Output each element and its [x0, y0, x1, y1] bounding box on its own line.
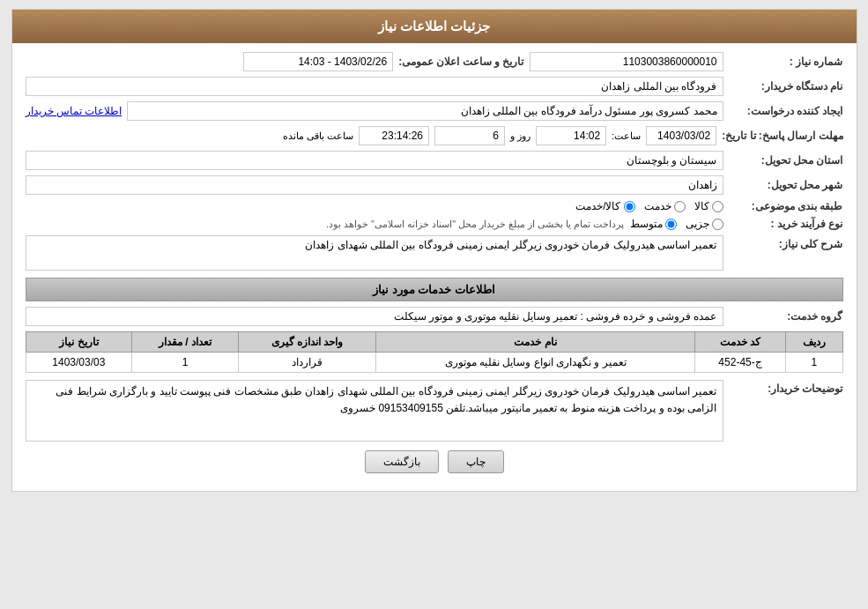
send-deadline-remaining-label: ساعت باقی مانده — [283, 130, 353, 142]
send-deadline-time: 14:02 — [536, 126, 606, 145]
table-header-row: ردیف کد خدمت نام خدمت واحد اندازه گیری ت… — [26, 332, 842, 353]
creator-link[interactable]: اطلاعات تماس خریدار — [26, 105, 122, 117]
category-radio-group: کالا خدمت کالا/خدمت — [575, 200, 723, 212]
row-need-number: شماره نیاز : 1103003860000010 تاریخ و سا… — [26, 52, 843, 71]
need-number-label: شماره نیاز : — [729, 56, 843, 68]
service-group-value: عمده فروشی و خرده فروشی : تعمیر وسایل نق… — [26, 307, 723, 326]
city-value: زاهدان — [26, 175, 723, 195]
category-radio-goods-service[interactable] — [624, 201, 635, 212]
main-container: جزئیات اطلاعات نیاز شماره نیاز : 1103003… — [11, 9, 857, 492]
send-deadline-date: 1403/03/02 — [646, 126, 716, 145]
send-deadline-days: 6 — [434, 126, 505, 145]
col-header-unit: واحد اندازه گیری — [238, 332, 375, 353]
buyer-notes-label: توضیحات خریدار: — [729, 380, 843, 395]
purchase-type-option-partial: جزیی — [686, 218, 723, 230]
col-header-need-date: تاریخ نیاز — [26, 332, 132, 353]
print-button[interactable]: چاپ — [448, 450, 504, 473]
table-cell-2: تعمیر و نگهداری انواع وسایل نقلیه موتوری — [376, 353, 695, 373]
category-label: طبقه بندی موضوعی: — [729, 200, 843, 212]
purchase-type-medium-label: متوسط — [630, 218, 663, 230]
table-cell-4: 1 — [132, 353, 239, 373]
table-cell-3: قرارداد — [238, 353, 375, 373]
row-creator: ایجاد کننده درخواست: محمد کسروی پور مسئو… — [26, 101, 843, 121]
buttons-row: چاپ بازگشت — [26, 450, 843, 473]
send-deadline-remaining: 23:14:26 — [359, 126, 429, 145]
need-number-value: 1103003860000010 — [530, 52, 723, 71]
purchase-type-label: نوع فرآیند خرید : — [729, 218, 843, 230]
page-header: جزئیات اطلاعات نیاز — [12, 10, 857, 43]
service-info-section-header: اطلاعات خدمات مورد نیاز — [26, 278, 843, 301]
col-header-quantity: تعداد / مقدار — [132, 332, 239, 353]
creator-label: ایجاد کننده درخواست: — [729, 105, 843, 117]
col-header-service-code: کد خدمت — [695, 332, 786, 353]
announce-datetime-value: 1403/02/26 - 14:03 — [243, 52, 393, 71]
purchase-type-note: پرداخت تمام یا بخشی از مبلغ خریدار محل "… — [326, 219, 625, 230]
category-option-service: خدمت — [644, 200, 686, 212]
category-option-goods-service: کالا/خدمت — [575, 200, 634, 212]
buyer-notes-value: تعمیر اساسی هیدرولیک فرمان خودروی زیرگلر… — [26, 380, 723, 442]
row-requester-org: نام دستگاه خریدار: فرودگاه بین المللی زا… — [26, 77, 843, 96]
table-row: 1ج-45-452تعمیر و نگهداری انواع وسایل نقل… — [26, 353, 842, 373]
table-cell-1: ج-45-452 — [695, 353, 786, 373]
category-radio-goods[interactable] — [712, 201, 723, 212]
city-label: شهر محل تحویل: — [729, 179, 843, 191]
category-radio-service[interactable] — [674, 201, 686, 212]
row-send-deadline: مهلت ارسال پاسخ: تا تاریخ: 1403/03/02 سا… — [26, 126, 843, 145]
purchase-type-option-medium: متوسط — [630, 218, 677, 230]
row-service-group: گروه خدمت: عمده فروشی و خرده فروشی : تعم… — [26, 307, 843, 326]
col-header-service-name: نام خدمت — [376, 332, 695, 353]
col-header-row-num: ردیف — [786, 332, 842, 353]
row-city: شهر محل تحویل: زاهدان — [26, 175, 843, 195]
purchase-type-radio-group: جزیی متوسط — [630, 218, 723, 230]
row-need-description: شرح کلی نیاز: تعمیر اساسی هیدرولیک فرمان… — [26, 235, 843, 271]
requester-org-label: نام دستگاه خریدار: — [729, 80, 843, 93]
category-goods-service-label: کالا/خدمت — [575, 200, 620, 212]
table-cell-0: 1 — [786, 353, 842, 373]
creator-value: محمد کسروی پور مسئول درآمد فرودگاه بین ا… — [127, 101, 723, 121]
purchase-type-radio-medium[interactable] — [665, 219, 677, 230]
row-category: طبقه بندی موضوعی: کالا خدمت کالا/خدمت — [26, 200, 843, 212]
purchase-type-partial-label: جزیی — [686, 218, 709, 230]
content-area: شماره نیاز : 1103003860000010 تاریخ و سا… — [12, 43, 857, 491]
category-service-label: خدمت — [644, 200, 671, 212]
announce-datetime-label: تاریخ و ساعت اعلان عمومی: — [398, 56, 523, 68]
purchase-type-radio-partial[interactable] — [712, 219, 723, 230]
requester-org-value: فرودگاه بین المللی زاهدان — [26, 77, 723, 96]
service-table: ردیف کد خدمت نام خدمت واحد اندازه گیری ت… — [26, 331, 843, 373]
page-title: جزئیات اطلاعات نیاز — [378, 19, 490, 33]
row-purchase-type: نوع فرآیند خرید : جزیی متوسط پرداخت تمام… — [26, 218, 843, 230]
province-value: سیستان و بلوچستان — [26, 151, 723, 170]
service-group-label: گروه خدمت: — [729, 310, 843, 323]
row-buyer-notes: توضیحات خریدار: تعمیر اساسی هیدرولیک فرم… — [26, 380, 843, 442]
table-cell-5: 1403/03/03 — [26, 353, 132, 373]
province-label: استان محل تحویل: — [729, 154, 843, 167]
row-province: استان محل تحویل: سیستان و بلوچستان — [26, 151, 843, 170]
need-description-value: تعمیر اساسی هیدرولیک فرمان خودروی زیرگلر… — [26, 235, 723, 271]
need-description-label: شرح کلی نیاز: — [729, 235, 843, 250]
back-button[interactable]: بازگشت — [365, 450, 439, 473]
category-goods-label: کالا — [694, 200, 709, 212]
send-deadline-label: مهلت ارسال پاسخ: تا تاریخ: — [722, 130, 842, 142]
send-deadline-day-label: روز و — [510, 130, 530, 142]
category-option-goods: کالا — [694, 200, 723, 212]
send-deadline-time-label: ساعت: — [612, 130, 641, 142]
